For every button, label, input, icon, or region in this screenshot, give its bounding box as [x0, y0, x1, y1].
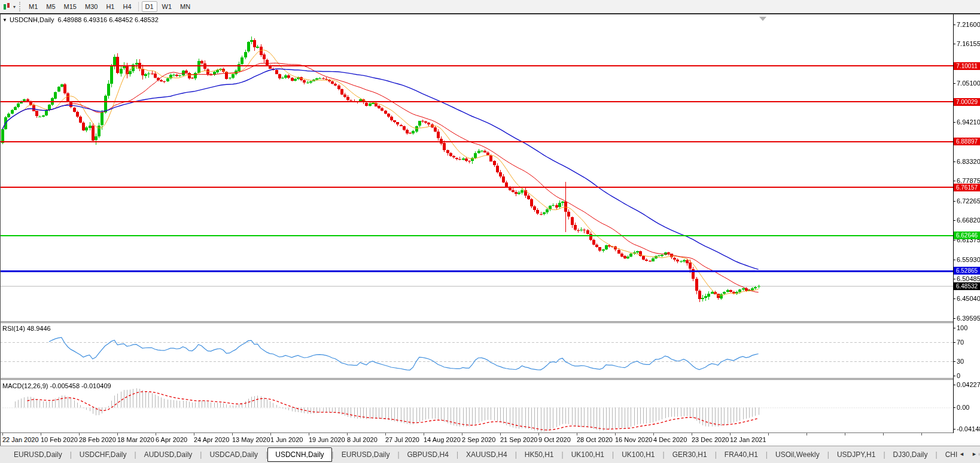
timeframe-button-m1[interactable]: M1: [25, 1, 41, 12]
date-tick-mark: [347, 433, 348, 435]
date-label: 19 Jun 2020: [309, 436, 345, 443]
price-tick-mark: [953, 298, 955, 299]
timeframe-button-d1[interactable]: D1: [142, 1, 157, 12]
date-tick-mark: [2, 433, 3, 435]
price-line-label: 7.10011: [954, 62, 980, 70]
macd-axis-label: 0.042275: [957, 381, 980, 388]
price-tick-label: 6.45040: [957, 295, 980, 302]
date-tick-mark: [615, 433, 616, 435]
date-tick-mark: [309, 433, 309, 435]
date-tick-mark: [806, 433, 807, 435]
date-label: 10 Feb 2020: [41, 436, 78, 443]
price-tick-label: 7.21600: [957, 21, 980, 28]
date-label: 12 Jan 2021: [730, 436, 766, 443]
price-axis-line: [953, 14, 954, 433]
price-tick-mark: [953, 83, 955, 84]
panel-separator: [0, 321, 953, 322]
chart-tab-xauusd-h4[interactable]: XAUUSD,H4: [458, 448, 515, 461]
price-tick-mark: [953, 279, 955, 279]
last-bar-marker-icon: [759, 17, 766, 21]
chart-mode-icon[interactable]: [2, 2, 12, 11]
chart-tab-uk100-h1[interactable]: UK100,H1: [614, 448, 662, 461]
date-label: 2 Sep 2020: [462, 436, 495, 443]
date-tick-mark: [79, 433, 80, 435]
date-tick-mark: [424, 433, 424, 435]
price-tick-mark: [953, 201, 955, 202]
timeframe-button-mn[interactable]: MN: [176, 1, 194, 12]
macd-indicator-canvas[interactable]: [0, 380, 953, 432]
date-label: 24 Apr 2020: [194, 436, 229, 443]
date-label: 16 Nov 2020: [615, 436, 652, 443]
price-tick-mark: [953, 181, 955, 181]
chart-tab-ger30-h1[interactable]: GER30,H1: [665, 448, 715, 461]
rsi-tick-mark: [953, 376, 955, 376]
macd-axis-label: 0.00: [957, 404, 969, 411]
timeframe-button-m5[interactable]: M5: [42, 1, 59, 12]
chart-tab-usoil-weekly[interactable]: USOil,Weekly: [768, 448, 827, 461]
date-tick-mark: [577, 433, 577, 435]
chart-tab-dj30-daily[interactable]: DJ30,Daily: [885, 448, 936, 461]
price-tick-label: 6.39595: [957, 315, 980, 322]
date-tick-mark: [500, 433, 501, 435]
panel-separator: [0, 378, 953, 379]
main-chart-canvas[interactable]: [0, 14, 953, 321]
date-tick-mark: [194, 433, 194, 435]
date-tick-mark: [768, 433, 769, 435]
tab-scroll-right-icon[interactable]: ►: [972, 451, 977, 457]
chart-tab-usdcnh-daily[interactable]: USDCNH,Daily: [267, 447, 331, 462]
chart-tab-hk50-h1[interactable]: HK50,H1: [517, 448, 562, 461]
chart-tab-eurusd-daily[interactable]: EURUSD,Daily: [334, 448, 398, 461]
timeframe-button-w1[interactable]: W1: [159, 1, 176, 12]
tab-scroll-arrows: ◄ ►: [957, 447, 979, 461]
rsi-tick-mark: [953, 361, 955, 362]
collapse-triangle-icon[interactable]: ▼: [2, 17, 7, 23]
date-tick-mark: [653, 433, 654, 435]
date-label: 9 Oct 2020: [538, 436, 571, 443]
rsi-axis-label: 100: [957, 324, 967, 331]
timeframe-button-h1[interactable]: H1: [102, 1, 118, 12]
chart-tab-uk100-h1[interactable]: UK100,H1: [564, 448, 612, 461]
date-label: 6 Apr 2020: [156, 436, 187, 443]
price-tick-mark: [953, 44, 955, 44]
timeframe-button-m15[interactable]: M15: [60, 1, 80, 12]
chart-tab-fra40-h1[interactable]: FRA40,H1: [717, 448, 766, 461]
price-tick-mark: [953, 25, 955, 25]
chart-tab-audusd-daily[interactable]: AUDUSD,Daily: [136, 448, 200, 461]
rsi-tick-mark: [953, 342, 955, 343]
date-label: 14 Aug 2020: [424, 436, 461, 443]
panel-separator: [0, 432, 953, 433]
chart-tab-gbpusd-h4[interactable]: GBPUSD,H4: [400, 448, 456, 461]
price-tick-label: 6.72265: [957, 197, 980, 205]
toolbar-grip[interactable]: [19, 2, 22, 11]
chevron-down-icon[interactable]: ▾: [13, 4, 16, 10]
date-tick-mark: [156, 433, 156, 435]
price-tick-label: 7.16155: [957, 40, 980, 47]
price-tick-mark: [953, 318, 955, 319]
chart-tab-bar: EURUSD,Daily|USDCHF,Daily|AUDUSD,Daily|U…: [0, 446, 980, 463]
chart-tab-eurusd-daily[interactable]: EURUSD,Daily: [6, 448, 70, 461]
price-tick-mark: [953, 122, 955, 123]
rsi-indicator-canvas[interactable]: [0, 323, 953, 378]
price-tick-mark: [953, 220, 955, 221]
rsi-axis-label: 70: [957, 339, 964, 346]
price-line-label: 7.00029: [954, 98, 980, 106]
date-tick-mark: [692, 433, 692, 435]
price-tick-label: 6.83320: [957, 158, 980, 165]
price-tick-label: 6.55930: [957, 256, 980, 263]
chart-tab-usdjpy-h1[interactable]: USDJPY,H1: [829, 448, 883, 461]
rsi-tick-mark: [953, 328, 955, 328]
macd-tick-mark: [953, 385, 955, 385]
chart-tab-usdchf-daily[interactable]: USDCHF,Daily: [72, 448, 135, 461]
macd-axis-label: -0.04148: [957, 425, 980, 432]
date-label: 21 Sep 2020: [500, 436, 537, 443]
price-tick-label: 6.94210: [957, 118, 980, 126]
timeframe-button-group: M1M5M15M30H1H4D1W1MN: [25, 1, 194, 12]
date-tick-mark: [730, 433, 731, 435]
tab-scroll-left-icon[interactable]: ◄: [959, 451, 964, 457]
price-tick-mark: [953, 260, 955, 260]
timeframe-button-h4[interactable]: H4: [119, 1, 135, 12]
date-tick-mark: [117, 433, 118, 435]
chart-tab-usdcad-daily[interactable]: USDCAD,Daily: [202, 448, 266, 461]
date-label: 27 Jul 2020: [385, 436, 419, 443]
timeframe-button-m30[interactable]: M30: [81, 1, 101, 12]
